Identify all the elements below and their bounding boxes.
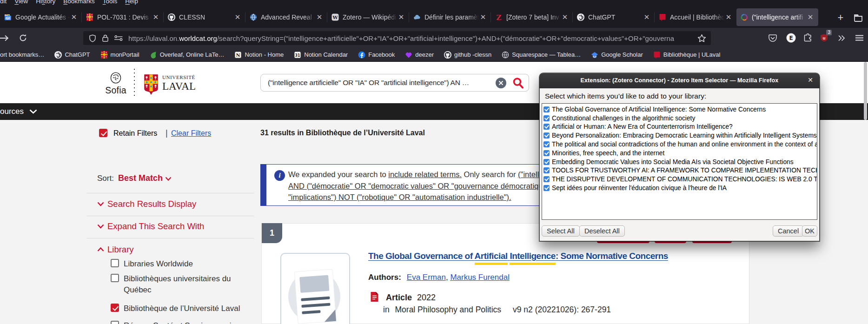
ublock-icon[interactable]: u 3 xyxy=(815,28,832,48)
dialog-list-item[interactable]: Beyond Personalization: Embracing Democr… xyxy=(543,131,817,140)
extensions-puzzle-icon[interactable] xyxy=(799,28,816,48)
pocket-icon[interactable] xyxy=(764,28,781,48)
dialog-list-item[interactable]: THE DISRUPTIVE DEVELOPMENT OF COMMUNICAT… xyxy=(543,175,817,184)
bookmark-item[interactable]: Squarespace — Tablea… xyxy=(502,51,581,59)
dialog-list-item[interactable]: Embedding Democratic Values into Social … xyxy=(543,158,817,166)
browser-tab[interactable]: Accueil | Bibliothèq ✕ xyxy=(655,8,736,26)
sofia-logo[interactable]: Sofia xyxy=(104,72,127,96)
result-title-link[interactable]: The Global Governance of Artificial Inte… xyxy=(368,251,668,261)
search-submit-button[interactable] xyxy=(512,77,524,89)
tab-close-icon[interactable]: ✕ xyxy=(233,13,242,21)
bookmark-star-icon[interactable] xyxy=(697,34,706,42)
author-link[interactable]: Eva Erman xyxy=(407,273,446,282)
cancel-button[interactable]: Cancel xyxy=(773,225,804,237)
tab-close-icon[interactable]: ✕ xyxy=(397,13,405,21)
bookmark-item[interactable]: deezer xyxy=(405,51,434,59)
alert-text-segment[interactable]: include related terms. xyxy=(388,170,462,179)
dialog-list-item[interactable]: The political and social contradictions … xyxy=(543,140,817,149)
bookmark-item[interactable]: 31 Notion Calendar xyxy=(294,51,348,59)
item-checkbox[interactable] xyxy=(543,132,550,139)
bookmark-item[interactable]: github -clessn xyxy=(444,51,491,59)
clear-filters-link[interactable]: Clear Filters xyxy=(171,129,211,138)
browser-tab[interactable]: W Zotero — Wikipédia ✕ xyxy=(327,8,409,26)
tab-close-icon[interactable]: ✕ xyxy=(561,13,569,21)
menu-item[interactable]: Help xyxy=(125,0,138,5)
retain-filters-checkbox[interactable] xyxy=(99,129,107,137)
lock-icon[interactable] xyxy=(102,34,108,42)
library-checkbox[interactable] xyxy=(111,321,119,324)
search-input[interactable]: ("intelligence artificielle" OR "IA" OR … xyxy=(268,79,496,87)
url-bar[interactable]: https://ulaval.on.worldcat.org/search?qu… xyxy=(83,31,711,45)
dialog-title-bar[interactable]: Extension: (Zotero Connector) - Zotero I… xyxy=(539,73,820,88)
item-checkbox[interactable] xyxy=(543,159,550,165)
deselect-all-button[interactable]: Deselect All xyxy=(579,225,625,237)
section-search-results-display[interactable]: Search Results Display xyxy=(97,199,196,209)
page-scrollbar[interactable] xyxy=(864,62,867,120)
bookmark-item[interactable]: N Notion - Home xyxy=(234,51,284,59)
bookmark-item[interactable]: Facebook xyxy=(358,51,395,59)
bookmark-item[interactable]: monPortail xyxy=(100,51,139,59)
search-clear-button[interactable] xyxy=(496,78,506,88)
laval-logo[interactable]: UNIVERSITÉ LAVAL xyxy=(143,74,196,95)
item-checkbox[interactable] xyxy=(543,106,550,112)
dialog-list-item[interactable]: Constitutional challenges in the algorit… xyxy=(543,114,817,123)
browser-tab[interactable]: Advanced Reveal – ✕ xyxy=(245,8,327,26)
browser-tab[interactable]: Définir les paramèt ✕ xyxy=(409,8,491,26)
reload-button[interactable] xyxy=(15,28,31,48)
dialog-list-item[interactable]: Minorities, free speech, and the interne… xyxy=(543,149,817,158)
library-checkbox[interactable] xyxy=(111,259,119,267)
ok-button[interactable]: OK xyxy=(802,225,817,237)
bookmark-item[interactable]: ort bookmarks… xyxy=(0,51,44,58)
library-option-label[interactable]: Libraries Worldwide xyxy=(124,258,245,270)
menu-item[interactable]: dit xyxy=(0,0,7,5)
resources-menu[interactable]: ources xyxy=(0,107,24,116)
shield-icon[interactable] xyxy=(89,34,96,42)
browser-tab[interactable]: G Google Actualités - ✕ xyxy=(0,8,82,26)
library-option-label[interactable]: Bibliothèques universitaires du Québec xyxy=(124,273,245,296)
browser-tab[interactable]: POL-7031 : Devis d ✕ xyxy=(82,8,164,26)
tab-close-icon[interactable]: ✕ xyxy=(152,13,160,21)
sort-dropdown[interactable]: Best Match xyxy=(118,173,163,183)
item-checkbox[interactable] xyxy=(543,176,550,182)
author-link[interactable]: , xyxy=(446,273,450,282)
select-all-button[interactable]: Select All xyxy=(542,225,580,237)
tab-close-icon[interactable]: ✕ xyxy=(724,13,733,21)
article-thumbnail[interactable] xyxy=(280,253,350,324)
menu-item[interactable]: Tools xyxy=(103,0,118,5)
library-option-label[interactable]: Réseau Santé et Services sociaux xyxy=(124,320,245,324)
bookmark-item[interactable]: ChatGPT xyxy=(54,51,90,59)
section-library[interactable]: Library xyxy=(97,245,134,255)
bookmark-item[interactable]: Overleaf, Online LaTe… xyxy=(150,51,225,59)
library-option-label[interactable]: Bibliothèque de l’Université Laval xyxy=(124,303,245,314)
new-tab-button[interactable]: + xyxy=(835,12,847,24)
alert-text-segment[interactable]: "implications") NOT ("robotique" OR "aut… xyxy=(288,193,511,201)
hamburger-menu-icon[interactable] xyxy=(851,28,868,48)
tab-close-icon[interactable]: ✕ xyxy=(315,13,324,21)
dialog-list-item[interactable]: Artificial or Human: A New Era of Counte… xyxy=(543,123,817,132)
item-checkbox[interactable] xyxy=(543,167,550,173)
tab-close-icon[interactable]: ✕ xyxy=(479,13,487,21)
alert-text-segment[interactable]: Only search for xyxy=(462,170,518,179)
dialog-item-list[interactable]: The Global Governance of Artificial Inte… xyxy=(542,103,817,220)
tab-close-icon[interactable]: ✕ xyxy=(806,13,815,21)
close-icon[interactable]: ✕ xyxy=(808,76,813,84)
browser-tab[interactable]: ("intelligence artifi ✕ xyxy=(736,8,818,26)
item-checkbox[interactable] xyxy=(543,185,550,191)
url-text[interactable]: https://ulaval.on.worldcat.org/search?qu… xyxy=(128,34,695,42)
section-expand-this-search-with[interactable]: Expand This Search With xyxy=(97,221,204,231)
overflow-menu-icon[interactable] xyxy=(833,28,850,48)
account-extension-icon[interactable]: E xyxy=(782,28,799,48)
item-checkbox[interactable] xyxy=(543,150,550,156)
browser-tab[interactable]: Z [Zotero 7 beta] Inv ✕ xyxy=(491,8,573,26)
forward-button[interactable] xyxy=(0,28,12,48)
menu-item[interactable]: History xyxy=(36,0,55,5)
item-checkbox[interactable] xyxy=(543,124,550,130)
tab-list-button[interactable] xyxy=(854,14,866,25)
library-checkbox[interactable] xyxy=(111,304,119,312)
author-link[interactable]: Markus Furendal xyxy=(450,273,510,282)
bookmark-item[interactable]: Google Scholar xyxy=(591,51,643,59)
item-checkbox[interactable] xyxy=(543,141,550,147)
bookmark-item[interactable]: Bibliothèque | ULaval xyxy=(653,51,721,59)
dialog-list-item[interactable]: The Global Governance of Artificial Inte… xyxy=(543,105,817,114)
tab-close-icon[interactable]: ✕ xyxy=(643,13,651,21)
